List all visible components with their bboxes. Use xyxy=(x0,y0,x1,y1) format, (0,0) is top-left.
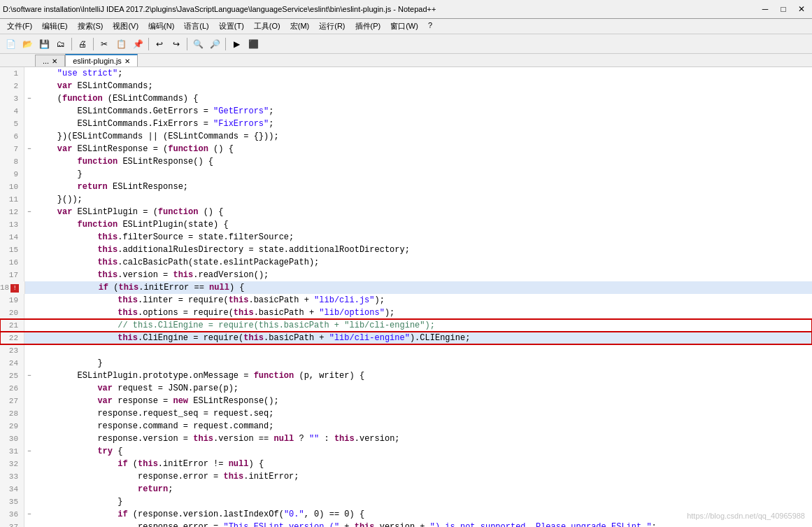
save-all-button[interactable]: 🗂 xyxy=(53,36,69,52)
code-line-26: 26 var request = JSON.parse(p); xyxy=(0,382,812,395)
code-content-12: var ESLintPlugin = (function () { xyxy=(34,206,812,218)
menu-item-w[interactable]: 窗口(W) xyxy=(386,20,422,32)
tab-eslint-plugin[interactable]: eslint-plugin.js ✕ xyxy=(65,54,138,66)
line-number-27: 27 xyxy=(0,395,24,407)
close-button[interactable]: ✕ xyxy=(794,1,809,17)
code-content-32: if (this.initError != null) { xyxy=(34,458,812,470)
maximize-button[interactable]: □ xyxy=(776,1,791,17)
code-content-25: ESLintPlugin.prototype.onMessage = funct… xyxy=(34,370,812,382)
fold-gutter-36[interactable]: − xyxy=(24,508,34,521)
fold-gutter-12[interactable]: − xyxy=(24,206,34,218)
code-content-37: response.error = "This ESLint version ("… xyxy=(34,521,812,527)
line-number-6: 6 xyxy=(0,130,24,143)
tab-dots[interactable]: ... ✕ xyxy=(35,55,65,66)
line-number-36: 36 xyxy=(0,508,24,521)
fold-gutter-13 xyxy=(24,218,34,231)
run-button[interactable]: ▶ xyxy=(229,36,244,52)
menu-item-l[interactable]: 语言(L) xyxy=(180,20,213,32)
toolbar-sep-5 xyxy=(225,38,226,50)
menu-item-s[interactable]: 搜索(S) xyxy=(73,20,108,32)
code-content-35: } xyxy=(34,496,812,508)
line-number-20: 20 xyxy=(0,307,24,319)
menu-item-m[interactable]: 宏(M) xyxy=(286,20,314,32)
code-line-33: 33 response.error = this.initError; xyxy=(0,470,812,483)
line-number-17: 17 xyxy=(0,269,24,281)
code-content-19: this.linter = require(this.basicPath + "… xyxy=(34,294,812,307)
code-line-34: 34 return; xyxy=(0,483,812,496)
fold-gutter-15 xyxy=(24,244,34,256)
code-line-30: 30 response.version = this.version == nu… xyxy=(0,433,812,445)
menu-item-f[interactable]: 文件(F) xyxy=(3,20,36,32)
fold-gutter-20 xyxy=(24,307,34,319)
code-content-6: })(ESLintCommands || (ESLintCommands = {… xyxy=(34,130,812,143)
fold-gutter-3[interactable]: − xyxy=(24,92,34,105)
line-number-9: 9 xyxy=(0,168,24,181)
fold-gutter-16 xyxy=(24,256,34,269)
search-button[interactable]: 🔍 xyxy=(190,36,206,52)
code-area[interactable]: 1 "use strict";2 var ESLintCommands;3− (… xyxy=(0,67,812,527)
line-number-26: 26 xyxy=(0,382,24,395)
code-line-13: 13 function ESLintPlugin(state) { xyxy=(0,218,812,231)
fold-gutter-28 xyxy=(24,407,34,420)
save-button[interactable]: 💾 xyxy=(36,36,52,52)
print-button[interactable]: 🖨 xyxy=(75,36,90,52)
new-button[interactable]: 📄 xyxy=(3,36,18,52)
menu-item-o[interactable]: 工具(O) xyxy=(250,20,285,32)
fold-gutter-35 xyxy=(24,496,34,508)
code-content-34: return; xyxy=(34,483,812,496)
editor-wrapper: 1 "use strict";2 var ESLintCommands;3− (… xyxy=(0,67,812,527)
menu-item-[interactable]: ? xyxy=(424,20,436,32)
copy-button[interactable]: 📋 xyxy=(113,36,129,52)
code-line-6: 6 })(ESLintCommands || (ESLintCommands =… xyxy=(0,130,812,143)
line-number-13: 13 xyxy=(0,218,24,231)
code-line-2: 2 var ESLintCommands; xyxy=(0,80,812,92)
code-line-23: 23 xyxy=(0,344,812,357)
code-content-24: } xyxy=(34,357,812,370)
line-number-28: 28 xyxy=(0,407,24,420)
code-content-13: function ESLintPlugin(state) { xyxy=(34,218,812,231)
line-number-5: 5 xyxy=(0,118,24,130)
code-content-27: var response = new ESLintResponse(); xyxy=(34,395,812,407)
code-line-37: 37 response.error = "This ESLint version… xyxy=(0,521,812,527)
fold-gutter-7[interactable]: − xyxy=(24,143,34,155)
code-content-29: response.command = request.command; xyxy=(34,420,812,433)
code-line-29: 29 response.command = request.command; xyxy=(0,420,812,433)
line-number-4: 4 xyxy=(0,105,24,118)
minimize-button[interactable]: ─ xyxy=(757,1,773,17)
zoom-in-button[interactable]: 🔎 xyxy=(207,36,222,52)
menu-item-e[interactable]: 编辑(E) xyxy=(38,20,72,32)
code-line-25: 25− ESLintPlugin.prototype.onMessage = f… xyxy=(0,370,812,382)
fold-gutter-25[interactable]: − xyxy=(24,370,34,382)
undo-button[interactable]: ↩ xyxy=(152,36,167,52)
menu-item-t[interactable]: 设置(T) xyxy=(215,20,248,32)
fold-gutter-29 xyxy=(24,420,34,433)
redo-button[interactable]: ↪ xyxy=(169,36,184,52)
menu-bar: 文件(F)编辑(E)搜索(S)视图(V)编码(N)语言(L)设置(T)工具(O)… xyxy=(0,19,812,34)
toolbar: 📄 📂 💾 🗂 🖨 ✂ 📋 📌 ↩ ↪ 🔍 🔎 ▶ ⬛ xyxy=(0,34,812,54)
code-content-23 xyxy=(34,344,812,357)
cut-button[interactable]: ✂ xyxy=(97,36,112,52)
code-content-14: this.filterSource = state.filterSource; xyxy=(34,231,812,244)
menu-item-v[interactable]: 视图(V) xyxy=(108,20,143,32)
tab-eslint-close[interactable]: ✕ xyxy=(124,57,130,65)
code-line-1: 1 "use strict"; xyxy=(0,67,812,80)
code-line-21: 21 // this.CliEngine = require(this.basi… xyxy=(0,319,812,332)
fold-gutter-2 xyxy=(24,80,34,92)
code-line-5: 5 ESLintCommands.FixErrors = "FixErrors"… xyxy=(0,118,812,130)
stop-button[interactable]: ⬛ xyxy=(245,36,261,52)
code-content-4: ESLintCommands.GetErrors = "GetErrors"; xyxy=(34,105,812,118)
fold-gutter-10 xyxy=(24,181,34,193)
fold-gutter-24 xyxy=(24,357,34,370)
menu-item-n[interactable]: 编码(N) xyxy=(144,20,178,32)
tab-dots-close[interactable]: ✕ xyxy=(52,57,57,65)
line-number-25: 25 xyxy=(0,370,24,382)
toolbar-sep-1 xyxy=(71,38,72,50)
paste-button[interactable]: 📌 xyxy=(130,36,145,52)
code-content-30: response.version = this.version == null … xyxy=(34,433,812,445)
code-content-11: }()); xyxy=(34,193,812,206)
code-content-31: try { xyxy=(34,445,812,458)
menu-item-p[interactable]: 插件(P) xyxy=(351,20,385,32)
fold-gutter-31[interactable]: − xyxy=(24,445,34,458)
open-button[interactable]: 📂 xyxy=(20,36,35,52)
menu-item-r[interactable]: 运行(R) xyxy=(315,20,349,32)
